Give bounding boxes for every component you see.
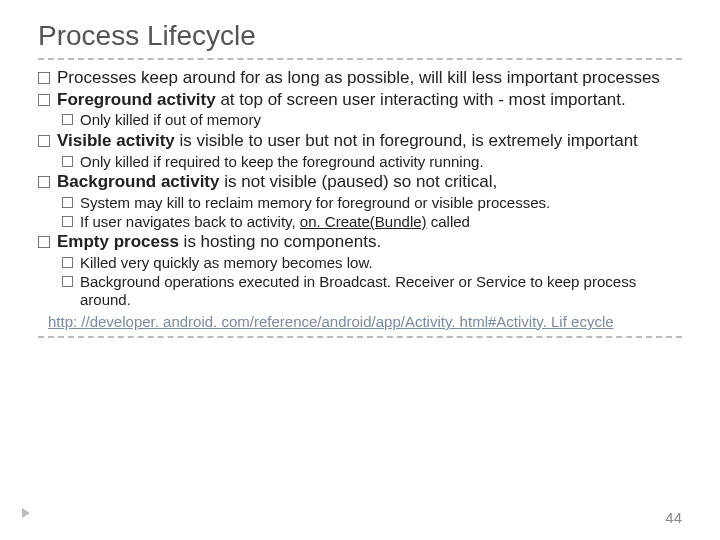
bullet-box-icon — [62, 197, 73, 208]
list-item: Only killed if required to keep the fore… — [62, 153, 682, 171]
list-item: Empty process is hosting no components. — [38, 232, 682, 253]
bullet-box-icon — [62, 276, 73, 287]
divider-top — [38, 58, 682, 60]
item-text: System may kill to reclaim memory for fo… — [80, 194, 550, 212]
item-text: Processes keep around for as long as pos… — [57, 68, 660, 89]
bullet-box-icon — [38, 94, 50, 106]
sub-list: Only killed if out of memory — [62, 111, 682, 129]
bullet-list: Background activity is not visible (paus… — [38, 172, 682, 193]
list-item: System may kill to reclaim memory for fo… — [62, 194, 682, 212]
item-tail: is visible to user but not in foreground… — [175, 131, 638, 150]
bold-term: Visible activity — [57, 131, 175, 150]
list-item: Background activity is not visible (paus… — [38, 172, 682, 193]
item-head: If user navigates back to activity, — [80, 213, 300, 230]
item-text: Only killed if out of memory — [80, 111, 261, 129]
sub-list: Only killed if required to keep the fore… — [62, 153, 682, 171]
bullet-box-icon — [62, 156, 73, 167]
item-tail: at top of screen user interacting with -… — [216, 90, 626, 109]
divider-bottom — [38, 336, 682, 338]
play-icon — [22, 508, 30, 518]
bullet-box-icon — [62, 257, 73, 268]
bold-term: Empty process — [57, 232, 179, 251]
list-item: Foreground activity at top of screen use… — [38, 90, 682, 111]
item-tail: is hosting no components. — [179, 232, 381, 251]
item-text: Background activity is not visible (paus… — [57, 172, 497, 193]
item-text: Killed very quickly as memory becomes lo… — [80, 254, 373, 272]
item-text: Empty process is hosting no components. — [57, 232, 381, 253]
list-item: Killed very quickly as memory becomes lo… — [62, 254, 682, 272]
bullet-list: Processes keep around for as long as pos… — [38, 68, 682, 110]
sub-list: Killed very quickly as memory becomes lo… — [62, 254, 682, 310]
bullet-box-icon — [38, 176, 50, 188]
list-item: Visible activity is visible to user but … — [38, 131, 682, 152]
item-text: Visible activity is visible to user but … — [57, 131, 638, 152]
slide-title: Process Lifecycle — [38, 20, 682, 52]
bullet-box-icon — [38, 236, 50, 248]
list-item: If user navigates back to activity, on. … — [62, 213, 682, 231]
sub-list: System may kill to reclaim memory for fo… — [62, 194, 682, 232]
item-tail: is not visible (paused) so not critical, — [220, 172, 498, 191]
item-text: Background operations executed in Broadc… — [80, 273, 682, 310]
item-tail: called — [427, 213, 470, 230]
slide: Process Lifecycle Processes keep around … — [0, 0, 720, 540]
item-text: Only killed if required to keep the fore… — [80, 153, 484, 171]
page-number: 44 — [665, 509, 682, 526]
item-text: If user navigates back to activity, on. … — [80, 213, 470, 231]
list-item: Processes keep around for as long as pos… — [38, 68, 682, 89]
bullet-box-icon — [38, 72, 50, 84]
item-text: Foreground activity at top of screen use… — [57, 90, 626, 111]
bullet-list: Empty process is hosting no components. — [38, 232, 682, 253]
bullet-box-icon — [38, 135, 50, 147]
inline-link[interactable]: on. Create(Bundle) — [300, 213, 427, 230]
bold-term: Background activity — [57, 172, 220, 191]
bullet-box-icon — [62, 216, 73, 227]
reference-link[interactable]: http: //developer. android. com/referenc… — [48, 313, 682, 332]
list-item: Only killed if out of memory — [62, 111, 682, 129]
bold-term: Foreground activity — [57, 90, 216, 109]
bullet-box-icon — [62, 114, 73, 125]
list-item: Background operations executed in Broadc… — [62, 273, 682, 310]
bullet-list: Visible activity is visible to user but … — [38, 131, 682, 152]
